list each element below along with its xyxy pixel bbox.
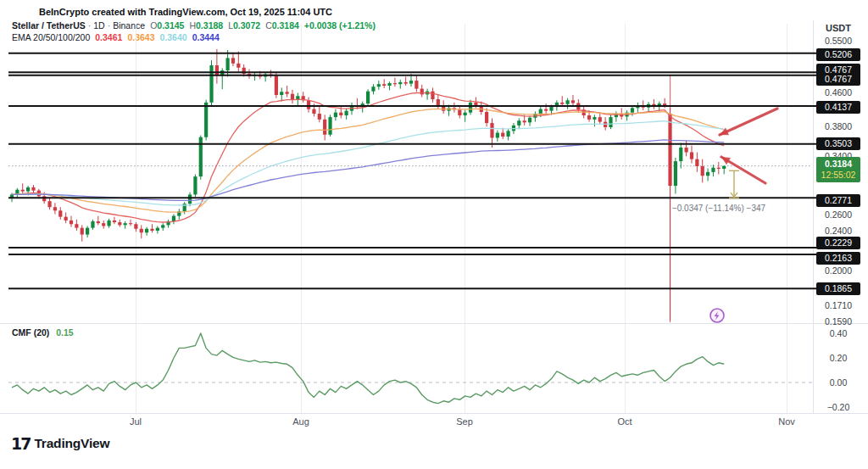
month-label: Jul — [130, 416, 142, 427]
scale-label: 0.1710 — [814, 299, 863, 312]
level-price-badge: 0.1865 — [816, 282, 860, 295]
level-price-badge: 0.5206 — [816, 48, 860, 61]
level-price-badge: 0.2771 — [816, 194, 860, 207]
cmf-scale-label: 0.40 — [814, 327, 863, 340]
month-label: Sep — [456, 416, 473, 427]
price-scale[interactable]: 0.55000.52060.47670.47670.46000.41370.38… — [814, 0, 865, 469]
cmf-label: CMF (20) — [12, 327, 49, 338]
cmf-indicator-legend[interactable]: CMF (20) 0.15 — [12, 327, 74, 338]
month-label: Nov — [778, 416, 795, 427]
scale-label: 0.2400 — [814, 225, 863, 237]
bar-countdown: 12:55:02 — [816, 170, 860, 181]
measure-tool-label: −0.0347 (−11.14%) −347 — [672, 204, 765, 213]
level-price-badge: 0.4137 — [816, 101, 860, 114]
scale-label: 0.3800 — [814, 120, 863, 133]
scale-label: 0.1590 — [814, 315, 863, 328]
scale-label: 0.4600 — [814, 87, 863, 99]
level-price-badge: 0.4767 — [816, 73, 860, 86]
flash-marker-icon[interactable] — [710, 309, 724, 322]
level-price-badge: 0.3503 — [816, 137, 860, 150]
level-price-badge: 0.2229 — [816, 237, 860, 249]
price-chart-canvas[interactable] — [0, 0, 868, 469]
level-price-badge: 0.2163 — [816, 252, 860, 265]
last-price-badge: 0.318412:55:02 — [816, 157, 860, 182]
scale-label: 0.2000 — [814, 265, 863, 277]
tradingview-chart-window: BeInCrypto created with TradingView.com,… — [0, 0, 868, 469]
cmf-scale-label: 0.00 — [814, 377, 863, 389]
cmf-scale-label: −0.20 — [814, 401, 863, 414]
tradingview-logo[interactable]: 17 TradingView — [11, 434, 109, 453]
month-label: Oct — [617, 416, 632, 427]
scale-label: 0.5500 — [814, 35, 863, 47]
tradingview-wordmark: TradingView — [34, 436, 109, 451]
cmf-scale-label: 0.20 — [814, 352, 863, 365]
scale-label: 0.2600 — [814, 209, 863, 221]
tradingview-mark-icon: 17 — [11, 434, 30, 453]
cmf-value: 0.15 — [56, 327, 73, 338]
month-label: Aug — [292, 416, 309, 427]
last-price-value: 0.3184 — [816, 159, 860, 170]
